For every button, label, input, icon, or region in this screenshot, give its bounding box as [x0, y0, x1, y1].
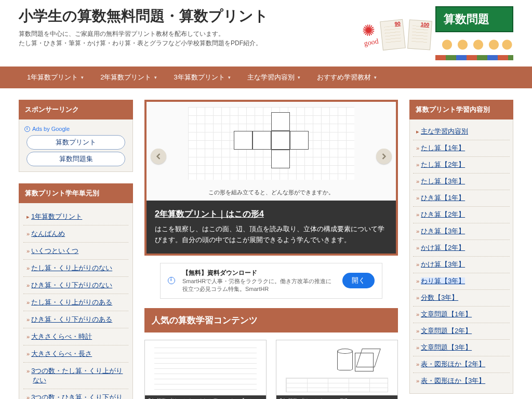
nav-item-by-topic[interactable]: 主な学習内容別 ▾ [239, 66, 309, 88]
site-title[interactable]: 小学生の算数無料問題・算数プリント [19, 6, 269, 26]
category-item[interactable]: 文章問題【1年】 [413, 307, 510, 323]
cube-net-icon [234, 112, 309, 168]
page-grid: スポンサーリンク Ads by Google 算数プリント 算数問題集 算数プリ… [0, 88, 532, 399]
main-content: この形を組み立てると、どんな形ができますか。 2年算数プリント｜はこの形4 はこ… [144, 100, 398, 399]
unit-item[interactable]: 大きさくらべ・時計 [23, 328, 128, 345]
unit-item[interactable]: 大きさくらべ・長さ [23, 345, 128, 363]
info-icon [168, 277, 175, 284]
nav-item-grade3[interactable]: 3年算数プリント ▾ [165, 66, 238, 88]
cylinder-icon [337, 351, 353, 370]
slider-prev-button[interactable] [151, 149, 166, 164]
category-main-item[interactable]: 主な学習内容別 [413, 124, 510, 140]
table-lines-graphic [286, 378, 388, 392]
subject-badge: 算数問題 [435, 6, 513, 32]
category-item[interactable]: ひき算【1年】 [413, 190, 510, 207]
unit-item[interactable]: なんばんめ [23, 225, 128, 243]
chevron-left-icon [155, 153, 162, 159]
category-item[interactable]: 文章問題【2年】 [413, 323, 510, 340]
content-card: 2年算数プリント｜はこの形2 2年算数プリント｜はこの形2 はこを観察し、はこの… [276, 340, 398, 399]
info-icon [24, 126, 30, 132]
nav-item-grade1[interactable]: 1年算数プリント ▾ [19, 66, 92, 88]
unit-item[interactable]: たし算・くり上がりのある [23, 294, 128, 311]
test-paper-icon: 100 [407, 20, 432, 50]
chevron-right-icon [381, 153, 387, 159]
widget-title-sponsor: スポンサーリンク [19, 100, 133, 119]
unit-item[interactable]: 3つの数・たし算・くり上がりない [23, 363, 128, 389]
inline-ad-text: 【無料】資料ダウンロード SmartHRで人事・労務をラクラクに。働き方改革の推… [182, 269, 335, 293]
widget-title-units: 算数プリント学年単元別 [19, 183, 133, 203]
main-navbar: 1年算数プリント ▾ 2年算数プリント ▾ 3年算数プリント ▾ 主な学習内容別… [0, 66, 532, 88]
category-item[interactable]: かけ算【2年】 [413, 240, 510, 257]
card-thumbnail[interactable]: 2年算数プリント｜はこの形2 [276, 340, 398, 399]
widget-title-categories: 算数プリント学習内容別 [409, 100, 513, 119]
unit-item[interactable]: ひき算・くり下がりのない [23, 277, 128, 294]
site-header: 小学生の算数無料問題・算数プリント 算数問題を中心に、ご家庭用の無料学習プリント… [0, 0, 532, 66]
unit-widget-body: 1年算数プリント なんばんめ いくつといくつ たし算・くり上がりのない ひき算・… [19, 203, 133, 399]
category-item[interactable]: ひき算【3年】 [413, 223, 510, 240]
unit-item[interactable]: ひき算・くり下がりのある [23, 311, 128, 328]
box-icon [355, 347, 386, 375]
unit-item[interactable]: たし算・くり上がりのない [23, 260, 128, 277]
chevron-down-icon: ▾ [228, 75, 231, 80]
right-sidebar: 算数プリント学習内容別 主な学習内容別 たし算【1年】 たし算【2年】 たし算【… [409, 100, 513, 399]
category-widget: 算数プリント学習内容別 主な学習内容別 たし算【1年】 たし算【2年】 たし算【… [409, 100, 513, 394]
category-item[interactable]: たし算【1年】 [413, 140, 510, 157]
category-item[interactable]: かけ算【3年】 [413, 257, 510, 273]
ad-pill-2[interactable]: 算数問題集 [26, 152, 125, 166]
site-description: 算数問題を中心に、ご家庭用の無料学習プリント教材を配布しています。 たし算・ひき… [19, 29, 269, 48]
category-item[interactable]: たし算【2年】 [413, 157, 510, 174]
unit-item[interactable]: 3つの数・ひき算・くり下がりない [23, 389, 128, 399]
chevron-down-icon: ▾ [374, 75, 377, 80]
grid-paper-graphic [188, 107, 354, 180]
inline-ad-desc: SmartHRで人事・労務をラクラクに。働き方改革の推進に役立つ必見コラム特集。… [182, 277, 335, 293]
content-card: 3年算数プリント｜かくれた数はいくつ【かけ算2】 3年算数プリント｜かくれた数は… [144, 340, 267, 399]
category-item[interactable]: 表・図形ほか【2年】 [413, 356, 510, 373]
ads-by-google-label[interactable]: Ads by Google [24, 126, 128, 132]
unit-item[interactable]: いくつといくつ [23, 243, 128, 260]
card-thumbnail[interactable]: 3年算数プリント｜かくれた数はいくつ【かけ算2】 [144, 340, 267, 399]
popular-section-heading: 人気の算数学習コンテンツ [144, 308, 398, 332]
slider-next-button[interactable] [376, 149, 392, 164]
chevron-down-icon: ▾ [81, 75, 84, 80]
slide-problem-text: この形を組み立てると、どんな形ができますか。 [147, 189, 396, 196]
sponsor-widget: スポンサーリンク Ads by Google 算数プリント 算数問題集 [19, 100, 133, 172]
slide-description: はこを観察し、はこの面、辺、頂点を読み取り、立体の構成要素について学びます。自分… [155, 225, 384, 244]
hero-slider: この形を組み立てると、どんな形ができますか。 2年算数プリント｜はこの形4 はこ… [144, 100, 398, 256]
slider-caption: 2年算数プリント｜はこの形4 はこを観察し、はこの面、辺、頂点を読み取り、立体の… [147, 201, 396, 254]
inline-ad-title: 【無料】資料ダウンロード [182, 269, 335, 277]
header-illustration: ✺ good 90 100 算数問題 [363, 6, 513, 63]
category-item[interactable]: たし算【3年】 [413, 174, 510, 190]
left-sidebar: スポンサーリンク Ads by Google 算数プリント 算数問題集 算数プリ… [19, 100, 133, 399]
chevron-down-icon: ▾ [154, 75, 157, 80]
card-tag: 2年算数プリント｜はこの形2 [276, 395, 397, 399]
chevron-down-icon: ▾ [298, 75, 300, 80]
category-item[interactable]: 文章問題【3年】 [413, 340, 510, 356]
popular-cards: 3年算数プリント｜かくれた数はいくつ【かけ算2】 3年算数プリント｜かくれた数は… [144, 340, 398, 399]
slider-stage[interactable]: この形を組み立てると、どんな形ができますか。 [147, 102, 396, 201]
category-item[interactable]: わり算【3年】 [413, 273, 510, 290]
unit-main-link[interactable]: 1年算数プリント [31, 212, 82, 220]
inline-ad-open-button[interactable]: 開く [342, 273, 375, 288]
category-list: 主な学習内容別 たし算【1年】 たし算【2年】 たし算【3年】 ひき算【1年】 … [413, 124, 510, 389]
category-widget-body: 主な学習内容別 たし算【1年】 たし算【2年】 たし算【3年】 ひき算【1年】 … [409, 119, 513, 394]
kids-illustration-icon [435, 32, 513, 63]
header-text-block: 小学生の算数無料問題・算数プリント 算数問題を中心に、ご家庭用の無料学習プリント… [19, 6, 269, 48]
test-paper-icon: 90 [380, 19, 406, 50]
nav-item-recommended[interactable]: おすすめ学習教材 ▾ [309, 66, 385, 88]
category-item[interactable]: ひき算【2年】 [413, 207, 510, 223]
unit-widget: 算数プリント学年単元別 1年算数プリント なんばんめ いくつといくつ たし算・く… [19, 183, 133, 399]
good-stamp-icon: ✺ good [361, 22, 379, 48]
ad-pill-1[interactable]: 算数プリント [26, 135, 125, 150]
category-item[interactable]: 分数【3年】 [413, 290, 510, 307]
unit-list: 1年算数プリント なんばんめ いくつといくつ たし算・くり上がりのない ひき算・… [23, 208, 128, 399]
card-tag: 3年算数プリント｜かくれた数はいくつ【かけ算2】 [145, 395, 266, 399]
unit-main-item[interactable]: 1年算数プリント [23, 208, 128, 225]
category-item[interactable]: 表・図形ほか【3年】 [413, 373, 510, 389]
header-right-group: 算数問題 [435, 6, 513, 63]
nav-item-grade2[interactable]: 2年算数プリント ▾ [92, 66, 165, 88]
sponsor-widget-body: Ads by Google 算数プリント 算数問題集 [19, 119, 133, 172]
slide-title-link[interactable]: 2年算数プリント｜はこの形4 [155, 207, 264, 221]
inline-ad[interactable]: 【無料】資料ダウンロード SmartHRで人事・労務をラクラクに。働き方改革の推… [160, 263, 382, 299]
